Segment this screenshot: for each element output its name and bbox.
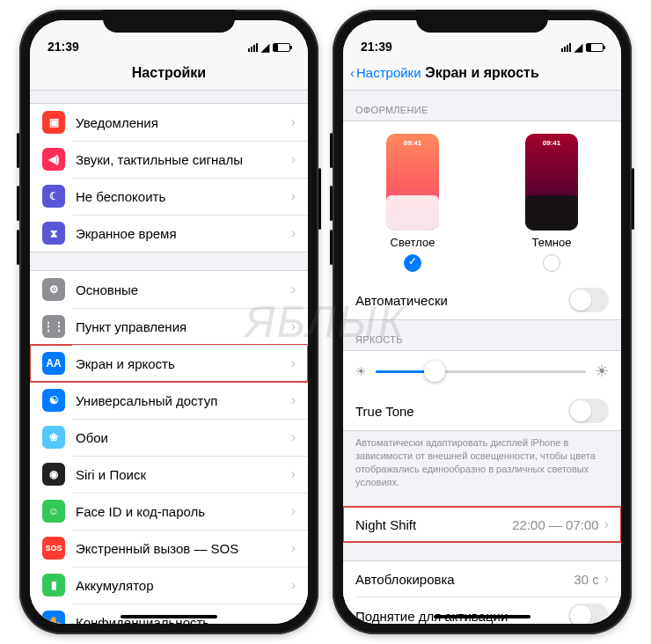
back-label: Настройки xyxy=(356,65,421,80)
row-night-shift[interactable]: Night Shift 22:00 — 07:00 › xyxy=(343,507,621,542)
settings-row[interactable]: ◀︎)Звуки, тактильные сигналы› xyxy=(30,141,308,178)
chevron-right-icon: › xyxy=(291,114,296,130)
screen-right: 21:39 ◢ ‹ Настройки Экран и яркость ОФОР… xyxy=(343,20,621,624)
nav-bar: ‹ Настройки Экран и яркость xyxy=(343,55,621,91)
chevron-right-icon: › xyxy=(291,429,296,445)
row-label: Экранное время xyxy=(76,226,286,241)
settings-row[interactable]: ❀Обои› xyxy=(30,419,308,456)
row-auto-lock[interactable]: Автоблокировка 30 с › xyxy=(343,561,621,596)
row-label: Пункт управления xyxy=(76,319,286,334)
sos-icon: SOS xyxy=(42,537,65,560)
settings-row[interactable]: SOSЭкстренный вызов — SOS› xyxy=(30,530,308,567)
appearance-light-label: Светлое xyxy=(386,236,439,249)
settings-row[interactable]: AAЭкран и яркость› xyxy=(30,345,308,382)
chevron-right-icon: › xyxy=(291,188,296,204)
status-indicators: ◢ xyxy=(248,41,290,54)
brightness-slider[interactable] xyxy=(376,370,586,373)
privacy-icon: ✋ xyxy=(42,611,65,624)
nav-bar: Настройки xyxy=(30,55,308,91)
settings-row[interactable]: ☯Универсальный доступ› xyxy=(30,382,308,419)
settings-row[interactable]: ☾Не беспокоить› xyxy=(30,178,308,215)
settings-list[interactable]: ▣Уведомления›◀︎)Звуки, тактильные сигнал… xyxy=(30,91,308,624)
control-center-icon: ⋮⋮ xyxy=(42,315,65,338)
page-title: Экран и яркость xyxy=(425,65,539,81)
row-true-tone[interactable]: True Tone xyxy=(343,392,621,430)
appearance-dark-label: Темное xyxy=(525,236,578,249)
section-header-brightness: ЯРКОСТЬ xyxy=(343,320,621,350)
sun-large-icon: ☀︎ xyxy=(595,362,609,381)
chevron-right-icon: › xyxy=(291,540,296,556)
home-indicator[interactable] xyxy=(121,615,217,618)
chevron-right-icon: › xyxy=(291,318,296,334)
row-label: Основные xyxy=(76,282,286,297)
sounds-icon: ◀︎) xyxy=(42,148,65,171)
true-tone-label: True Tone xyxy=(355,404,568,419)
chevron-right-icon: › xyxy=(291,614,296,624)
status-time: 21:39 xyxy=(361,40,392,54)
status-indicators: ◢ xyxy=(561,41,603,54)
row-label: Универсальный доступ xyxy=(76,393,286,408)
settings-row[interactable]: ⧗Экранное время› xyxy=(30,215,308,252)
chevron-right-icon: › xyxy=(291,355,296,371)
settings-row[interactable]: ⋮⋮Пункт управления› xyxy=(30,308,308,345)
battery-icon: ▮ xyxy=(42,574,65,596)
sun-small-icon: ☀︎ xyxy=(355,364,367,378)
toggle-off[interactable] xyxy=(568,288,609,312)
notch xyxy=(416,10,548,33)
settings-row[interactable]: ☺︎Face ID и код-пароль› xyxy=(30,493,308,530)
row-label: Siri и Поиск xyxy=(76,467,286,482)
row-label: Не беспокоить xyxy=(76,189,286,204)
chevron-left-icon: ‹ xyxy=(350,65,355,80)
dark-thumbnail xyxy=(525,134,578,231)
night-shift-value: 22:00 — 07:00 xyxy=(512,517,598,532)
signal-icon xyxy=(561,43,571,52)
back-button[interactable]: ‹ Настройки xyxy=(350,65,421,80)
row-automatic[interactable]: Автоматически xyxy=(343,281,621,319)
signal-icon xyxy=(248,43,258,52)
row-label: Обои xyxy=(76,430,286,445)
settings-row[interactable]: ▣Уведомления› xyxy=(30,104,308,141)
toggle-off[interactable] xyxy=(568,399,609,423)
chevron-right-icon: › xyxy=(291,151,296,167)
phone-right: 21:39 ◢ ‹ Настройки Экран и яркость ОФОР… xyxy=(333,10,632,634)
general-icon: ⚙︎ xyxy=(42,278,65,301)
siri-icon: ◉ xyxy=(42,463,65,486)
display-settings[interactable]: ОФОРМЛЕНИЕ Светлое Темное Автоматиче xyxy=(343,91,621,624)
screentime-icon: ⧗ xyxy=(42,222,65,245)
appearance-picker: Светлое Темное xyxy=(343,121,621,281)
chevron-right-icon: › xyxy=(291,282,296,297)
home-indicator[interactable] xyxy=(434,615,530,618)
radio-checked-icon[interactable] xyxy=(404,254,421,272)
screen-left: 21:39 ◢ Настройки ▣Уведомления›◀︎)Звуки,… xyxy=(30,20,308,624)
page-title: Настройки xyxy=(132,65,206,81)
wallpaper-icon: ❀ xyxy=(42,426,65,449)
wifi-icon: ◢ xyxy=(574,41,582,54)
toggle-off[interactable] xyxy=(568,604,609,624)
chevron-right-icon: › xyxy=(291,577,296,593)
row-label: Звуки, тактильные сигналы xyxy=(76,152,286,167)
night-shift-label: Night Shift xyxy=(355,517,512,532)
chevron-right-icon: › xyxy=(291,503,296,519)
auto-lock-value: 30 с xyxy=(574,572,598,587)
accessibility-icon: ☯ xyxy=(42,389,65,412)
row-raise-to-wake[interactable]: Поднятие для активации xyxy=(343,596,621,624)
chevron-right-icon: › xyxy=(604,516,609,532)
appearance-light[interactable]: Светлое xyxy=(386,134,439,272)
light-thumbnail xyxy=(386,134,439,231)
wifi-icon: ◢ xyxy=(261,41,269,54)
row-label: Аккумулятор xyxy=(76,578,286,593)
settings-row[interactable]: ◉Siri и Поиск› xyxy=(30,456,308,493)
chevron-right-icon: › xyxy=(291,225,296,241)
radio-unchecked-icon[interactable] xyxy=(543,254,560,272)
battery-icon xyxy=(586,43,603,52)
notifications-icon: ▣ xyxy=(42,111,65,134)
settings-row[interactable]: ⚙︎Основные› xyxy=(30,271,308,308)
dnd-icon: ☾ xyxy=(42,185,65,208)
notch xyxy=(103,10,235,33)
row-label: Экран и яркость xyxy=(76,356,286,371)
appearance-dark[interactable]: Темное xyxy=(525,134,578,272)
brightness-slider-row: ☀︎ ☀︎ xyxy=(343,351,621,392)
settings-row[interactable]: ✋Конфиденциальность› xyxy=(30,604,308,624)
chevron-right-icon: › xyxy=(291,392,296,408)
settings-row[interactable]: ▮Аккумулятор› xyxy=(30,567,308,604)
